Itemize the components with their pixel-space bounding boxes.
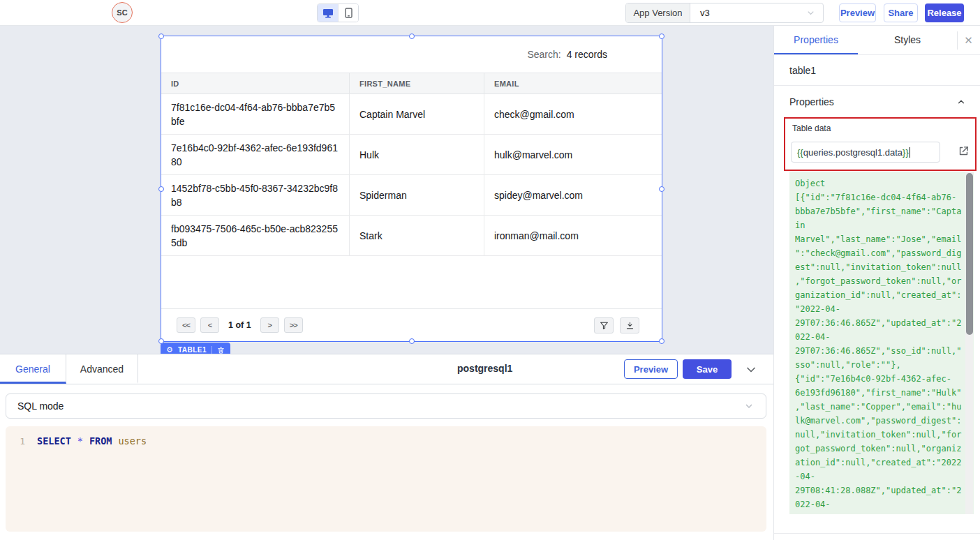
sql-code-editor[interactable]: 1SELECT*FROMusers [6,426,766,532]
query-name: postgresql1 [457,354,512,382]
table-data-label: Table data [792,123,831,133]
first-page-button[interactable]: << [177,317,195,333]
filter-icon [600,321,609,330]
trash-icon[interactable] [217,346,225,354]
resize-handle[interactable] [409,338,415,344]
section-title: Properties [789,96,834,107]
next-page-button[interactable]: > [260,317,279,333]
text-caret [910,147,910,158]
scrollbar-thumb[interactable] [966,173,973,335]
query-tab-row: General Advanced postgresql1 Preview Sav… [0,354,773,384]
query-save-button[interactable]: Save [683,359,732,379]
chevron-down-icon[interactable] [741,360,761,380]
cell-email: hulk@marvel.com [484,135,662,174]
column-header-first-name[interactable]: FIRST_NAME [350,73,484,93]
display-mode-toggle [317,3,359,22]
download-icon [625,321,634,330]
open-in-new-icon[interactable] [958,145,970,157]
chevron-up-icon[interactable] [956,97,966,107]
app-version-label: App Version [626,3,690,22]
resize-handle[interactable] [659,338,665,344]
records-count: 4 records [567,49,607,60]
desktop-mode-button[interactable] [318,4,338,22]
selected-widget-name: table1 [774,55,980,86]
inspector-panel: Properties Styles ✕ table1 Properties Ta… [773,26,980,540]
sql-keyword: FROM [89,435,112,447]
widget-badge-label: TABLE1 [178,346,207,354]
last-page-button[interactable]: >> [284,317,303,333]
resize-handle[interactable] [659,33,665,39]
table-data-input[interactable]: {{queries.postgresql1.data}} [791,142,940,163]
panel-divider [774,533,980,534]
result-type-label: Object [795,177,964,190]
top-bar: SC App Version v3 Preview [0,0,980,26]
result-json: [{"id":"7f81c16e-dc04-4f64-ab76-bbba7e7b… [795,190,964,514]
tab-properties[interactable]: Properties [774,26,858,54]
tab-general[interactable]: General [0,354,66,384]
cell-id: 7e16b4c0-92bf-4362-afec-6e193fd96180 [161,135,350,174]
gear-icon[interactable]: ⚙ [166,346,173,354]
table-row[interactable]: 7e16b4c0-92bf-4362-afec-6e193fd96180 Hul… [161,135,662,175]
chevron-down-icon [743,400,755,412]
sql-mode-value: SQL mode [17,400,64,412]
template-expression: queries.postgresql1.data [803,147,903,158]
cell-first-name: Stark [350,216,484,255]
avatar[interactable]: SC [112,2,133,23]
resize-handle[interactable] [158,186,164,192]
resize-handle[interactable] [409,33,415,39]
table-row[interactable]: 1452bf78-c5bb-45f0-8367-34232bc9f8b8 Spi… [161,175,662,216]
chevron-down-icon [805,8,816,18]
query-preview-button[interactable]: Preview [624,359,678,379]
pagination: << < 1 of 1 > >> [177,317,303,333]
template-open-brace: {{ [797,147,803,158]
cell-id: 1452bf78-c5bb-45f0-8367-34232bc9f8b8 [161,175,350,215]
search-label: Search: [527,49,560,60]
badge-divider [211,346,212,354]
table-footer: << < 1 of 1 > >> [161,308,662,341]
share-button[interactable]: Share [884,3,918,22]
app-version-select[interactable]: App Version v3 [625,3,824,23]
template-close-brace: }} [903,147,909,158]
filter-button[interactable] [594,317,614,333]
resize-handle[interactable] [158,33,164,39]
inspector-tab-row: Properties Styles ✕ [774,26,980,55]
table-search-row: Search: 4 records [161,36,662,73]
app-version-value: v3 [690,3,823,22]
line-number: 1 [17,436,25,447]
sql-operator: * [77,435,83,447]
sql-mode-select[interactable]: SQL mode [6,393,766,419]
query-editor-panel: General Advanced postgresql1 Preview Sav… [0,354,773,540]
table-row[interactable]: 7f81c16e-dc04-4f64-ab76-bbba7e7b5bfe Cap… [161,94,662,135]
sql-table-name: users [118,435,147,447]
query-result-preview[interactable]: Object [{"id":"7f81c16e-dc04-4f64-ab76-b… [789,172,974,514]
cell-first-name: Spiderman [350,175,484,215]
table-row[interactable]: fb093475-7506-465c-b50e-acb8232555db Sta… [161,216,662,256]
cell-first-name: Captain Marvel [350,94,484,134]
cell-id: fb093475-7506-465c-b50e-acb8232555db [161,216,350,255]
page-indicator: 1 of 1 [228,320,251,330]
cell-email: ironman@mail.com [484,216,662,255]
download-button[interactable] [620,317,639,333]
table-header-row: ID FIRST_NAME EMAIL [161,73,662,94]
preview-button[interactable]: Preview [839,3,876,22]
cell-email: check@gmail.com [484,94,662,134]
column-header-email[interactable]: EMAIL [484,73,662,93]
column-header-id[interactable]: ID [161,73,350,93]
app-builder-window: SC App Version v3 Preview [0,0,980,540]
release-button[interactable]: Release [925,3,964,22]
resize-handle[interactable] [158,338,164,344]
cell-id: 7f81c16e-dc04-4f64-ab76-bbba7e7b5bfe [161,94,350,134]
cell-email: spidey@marvel.com [484,175,662,215]
table-widget[interactable]: Search: 4 records ID FIRST_NAME EMAIL 7f… [161,36,662,342]
cell-first-name: Hulk [350,135,484,174]
sql-keyword: SELECT [37,435,71,447]
tab-divider [957,31,958,50]
close-icon[interactable]: ✕ [957,26,980,54]
monitor-icon [322,8,334,18]
tab-advanced[interactable]: Advanced [66,354,138,384]
mobile-mode-button[interactable] [338,4,358,22]
prev-page-button[interactable]: < [200,317,219,333]
resize-handle[interactable] [659,186,665,192]
tab-styles[interactable]: Styles [858,26,957,54]
properties-section-header[interactable]: Properties [774,86,980,117]
